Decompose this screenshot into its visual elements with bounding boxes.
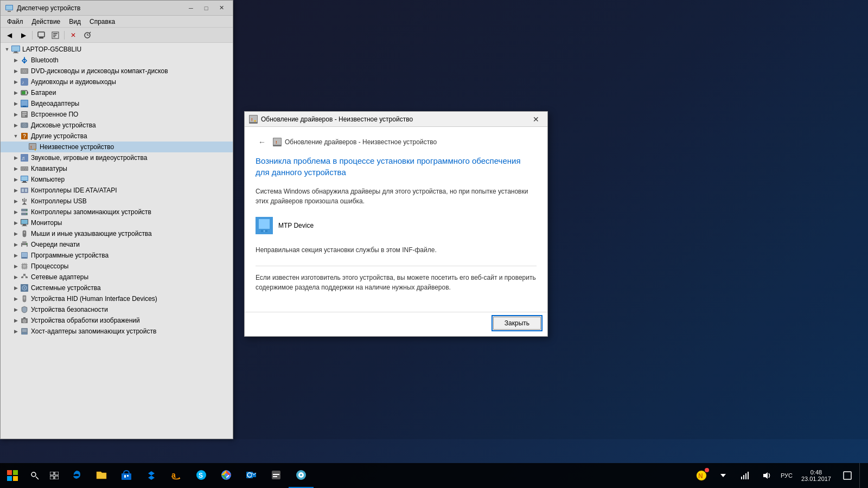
svg-rect-130 xyxy=(50,476,54,479)
dialog-nav: ← ! Обновление драйверов - Неизвестное у… xyxy=(256,136,537,149)
notification-center-button[interactable] xyxy=(838,466,857,485)
desktop: Диспетчер устройств ─ □ ✕ Файл Действие … xyxy=(0,0,868,488)
dialog-title-left: ! ! Обновление драйверов - Неизвестное у… xyxy=(249,115,413,124)
svg-point-121 xyxy=(264,230,265,232)
dialog-close-action-button[interactable]: Закрыть xyxy=(493,317,541,330)
taskbar: a S xyxy=(0,463,868,488)
dialog-titlebar: ! ! Обновление драйверов - Неизвестное у… xyxy=(245,112,547,127)
taskbar-store[interactable] xyxy=(114,463,139,488)
network-icon xyxy=(741,471,749,480)
svg-text:N: N xyxy=(698,472,703,480)
taskbar-skype[interactable]: S xyxy=(189,463,214,488)
windows-icon xyxy=(7,470,18,481)
svg-point-126 xyxy=(31,472,36,477)
svg-rect-148 xyxy=(273,476,277,477)
svg-rect-155 xyxy=(741,477,742,479)
explorer-icon xyxy=(95,468,108,481)
volume-tray-icon[interactable] xyxy=(757,466,776,485)
svg-rect-158 xyxy=(748,472,749,479)
taskbar-chrome[interactable] xyxy=(214,463,239,488)
svg-rect-156 xyxy=(743,475,744,479)
device-icon xyxy=(256,217,273,234)
svg-rect-116 xyxy=(273,138,281,145)
clock-time: 0:48 xyxy=(810,469,822,476)
svg-rect-119 xyxy=(259,219,270,229)
dialog-close-button[interactable]: ✕ xyxy=(529,114,543,124)
svg-text:!: ! xyxy=(255,120,256,123)
taskbar-search[interactable] xyxy=(25,463,44,488)
device-item: MTP Device xyxy=(256,215,537,236)
taskbar-app1[interactable] xyxy=(264,463,289,488)
svg-text:a: a xyxy=(171,471,176,479)
taskbar-apps: a S xyxy=(64,463,687,488)
svg-rect-132 xyxy=(122,473,131,480)
svg-rect-159 xyxy=(844,472,851,479)
store-icon xyxy=(120,468,133,481)
svg-text:!: ! xyxy=(251,117,253,122)
svg-rect-122 xyxy=(7,470,12,475)
language-tray[interactable]: РУС xyxy=(778,466,795,485)
svg-rect-133 xyxy=(124,475,126,478)
dialog-footer: Закрыть xyxy=(245,312,547,336)
app1-icon xyxy=(270,468,283,481)
dialog-description: Система Windows обнаружила драйверы для … xyxy=(256,187,537,206)
taskbar-app2[interactable] xyxy=(289,463,314,488)
dialog-content: ← ! Обновление драйверов - Неизвестное у… xyxy=(245,127,547,312)
volume-icon xyxy=(762,471,771,480)
svg-line-127 xyxy=(36,477,39,479)
skype-icon: S xyxy=(195,468,208,481)
task-view-button[interactable] xyxy=(44,463,64,488)
svg-rect-134 xyxy=(127,475,129,477)
svg-rect-128 xyxy=(50,472,54,475)
tray-arrow[interactable] xyxy=(713,466,733,485)
svg-rect-125 xyxy=(13,476,18,481)
dialog-title-text: Обновление драйверов - Неизвестное устро… xyxy=(261,115,413,123)
tray-arrow-icon xyxy=(719,472,727,479)
clock-date: 23.01.2017 xyxy=(801,476,831,482)
taskbar-edge[interactable] xyxy=(64,463,89,488)
svg-point-140 xyxy=(225,473,228,477)
dialog-title-icon: ! ! xyxy=(249,115,258,124)
dropbox-icon xyxy=(145,468,158,481)
error-message: Неправильная секция установки службы в э… xyxy=(256,245,537,255)
dialog-nav-label: Обновление драйверов - Неизвестное устро… xyxy=(285,138,437,146)
dialog-nav-icon: ! xyxy=(273,138,282,146)
taskbar-outlook[interactable] xyxy=(239,463,264,488)
search-icon xyxy=(30,471,39,480)
svg-text:!: ! xyxy=(276,140,277,145)
notification-badge xyxy=(705,468,709,472)
dialog-back-button[interactable]: ← xyxy=(256,136,269,149)
svg-point-151 xyxy=(300,474,302,476)
svg-rect-147 xyxy=(273,474,279,475)
app2-icon xyxy=(295,468,308,481)
svg-rect-123 xyxy=(13,470,18,475)
show-desktop-button[interactable] xyxy=(859,463,864,488)
start-button[interactable] xyxy=(0,463,25,488)
taskbar-norton-icon[interactable]: N xyxy=(692,466,711,485)
network-tray-icon[interactable] xyxy=(735,466,755,485)
svg-marker-154 xyxy=(720,474,726,477)
taskbar-amazon[interactable]: a xyxy=(164,463,189,488)
notification-center-icon xyxy=(843,471,852,480)
taskbar-dropbox[interactable] xyxy=(139,463,164,488)
taskbar-clock[interactable]: 0:48 23.01.2017 xyxy=(797,463,835,488)
dialog-divider xyxy=(256,266,537,266)
device-name: MTP Device xyxy=(278,222,314,229)
outlook-icon xyxy=(245,468,258,481)
task-view-icon xyxy=(50,472,59,479)
chrome-icon xyxy=(220,468,233,481)
amazon-icon: a xyxy=(170,468,183,481)
taskbar-right: N xyxy=(687,463,868,488)
svg-rect-131 xyxy=(55,476,59,479)
dialog-nav-title: ! Обновление драйверов - Неизвестное уст… xyxy=(273,138,437,146)
taskbar-explorer[interactable] xyxy=(89,463,114,488)
driver-update-dialog: ! ! Обновление драйверов - Неизвестное у… xyxy=(244,111,548,337)
edge-icon xyxy=(70,468,83,481)
svg-rect-157 xyxy=(745,473,746,479)
svg-text:S: S xyxy=(199,472,203,479)
dialog-heading: Возникла проблема в процессе установки п… xyxy=(256,155,537,178)
support-text: Если известен изготовитель этого устройс… xyxy=(256,273,537,292)
svg-rect-129 xyxy=(55,472,59,475)
mtp-device-icon xyxy=(257,218,272,233)
svg-rect-124 xyxy=(7,476,12,481)
